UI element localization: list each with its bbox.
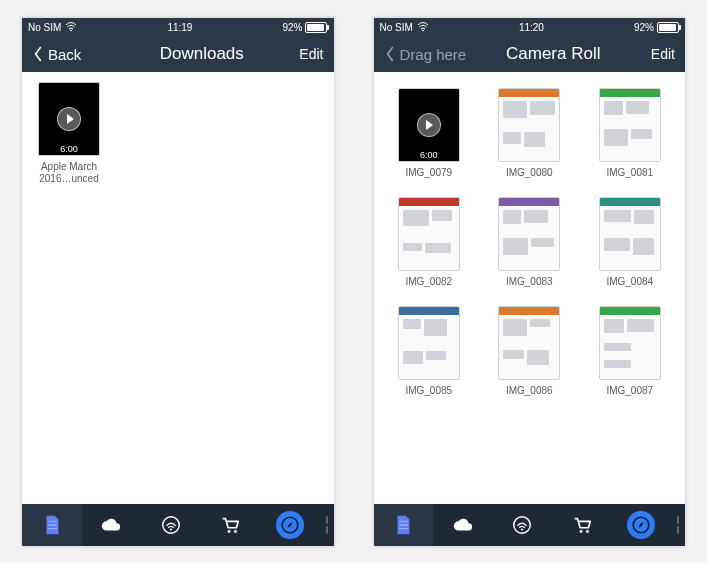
- phone-downloads: No SIM 11:19 92% Back Downloads: [22, 18, 334, 546]
- svg-point-4: [234, 530, 237, 533]
- clock-label: 11:20: [519, 22, 544, 33]
- nav-bar: Back Downloads Edit: [22, 36, 334, 72]
- image-thumbnail[interactable]: [498, 306, 560, 380]
- tab-wifi-share[interactable]: [493, 504, 553, 546]
- image-thumbnail[interactable]: [498, 88, 560, 162]
- edit-button[interactable]: Edit: [283, 46, 323, 62]
- image-thumbnail[interactable]: [599, 197, 661, 271]
- image-thumbnail[interactable]: [599, 88, 661, 162]
- compass-icon: [630, 514, 652, 536]
- file-name-label: IMG_0085: [405, 385, 452, 397]
- video-thumbnail[interactable]: 6:00: [38, 82, 100, 156]
- chevron-left-icon: [384, 46, 396, 62]
- file-name-label: IMG_0082: [405, 276, 452, 288]
- battery-icon: [305, 22, 327, 33]
- screenshot-preview: [600, 198, 660, 270]
- back-button[interactable]: Back: [32, 46, 120, 63]
- tab-cloud[interactable]: [433, 504, 493, 546]
- video-thumbnail[interactable]: 6:00: [398, 88, 460, 162]
- screenshot-preview: [499, 307, 559, 379]
- content-area[interactable]: 6:00IMG_0079IMG_0080IMG_0081IMG_0082IMG_…: [374, 72, 686, 504]
- cloud-icon: [100, 514, 122, 536]
- play-icon: [417, 113, 441, 137]
- photo-item[interactable]: IMG_0086: [484, 306, 575, 397]
- file-name-label: IMG_0081: [606, 167, 653, 179]
- tab-drag-handle[interactable]: [320, 504, 334, 546]
- svg-point-0: [71, 30, 73, 32]
- carrier-label: No SIM: [28, 22, 61, 33]
- cart-icon: [219, 514, 241, 536]
- file-name-label: Apple March 2016…unced: [28, 161, 110, 185]
- back-label: Back: [48, 46, 81, 63]
- tab-files[interactable]: [374, 504, 434, 546]
- tab-wifi-share[interactable]: [141, 504, 201, 546]
- back-label: Drag here: [400, 46, 467, 63]
- screenshot-preview: [399, 307, 459, 379]
- file-item[interactable]: 6:00 Apple March 2016…unced: [28, 82, 110, 185]
- photo-item[interactable]: IMG_0082: [384, 197, 475, 288]
- battery-icon: [657, 22, 679, 33]
- svg-point-10: [586, 530, 589, 533]
- photo-item[interactable]: IMG_0083: [484, 197, 575, 288]
- video-duration: 6:00: [39, 143, 99, 155]
- photo-item[interactable]: IMG_0084: [585, 197, 676, 288]
- svg-point-7: [514, 517, 531, 534]
- image-thumbnail[interactable]: [398, 197, 460, 271]
- svg-point-6: [422, 30, 424, 32]
- battery-pct-label: 92%: [634, 22, 654, 33]
- battery-indicator: 92%: [634, 22, 679, 33]
- image-thumbnail[interactable]: [599, 306, 661, 380]
- screenshot-preview: [499, 198, 559, 270]
- drag-handle-icon: [325, 516, 329, 534]
- file-name-label: IMG_0084: [606, 276, 653, 288]
- svg-point-2: [170, 529, 172, 531]
- file-name-label: IMG_0080: [506, 167, 553, 179]
- tab-cloud[interactable]: [82, 504, 142, 546]
- image-thumbnail[interactable]: [398, 306, 460, 380]
- image-thumbnail[interactable]: [498, 197, 560, 271]
- tab-drag-handle[interactable]: [671, 504, 685, 546]
- file-name-label: IMG_0079: [405, 167, 452, 179]
- svg-point-9: [579, 530, 582, 533]
- play-icon: [57, 107, 81, 131]
- file-name-label: IMG_0086: [506, 385, 553, 397]
- content-area[interactable]: 6:00 Apple March 2016…unced: [22, 72, 334, 504]
- photo-item[interactable]: IMG_0081: [585, 88, 676, 179]
- screenshot-preview: [399, 198, 459, 270]
- tab-store[interactable]: [552, 504, 612, 546]
- svg-point-1: [163, 517, 180, 534]
- tab-bar: [374, 504, 686, 546]
- wifi-share-icon: [511, 514, 533, 536]
- tab-browser[interactable]: [260, 504, 320, 546]
- wifi-icon: [65, 22, 77, 32]
- battery-pct-label: 92%: [282, 22, 302, 33]
- compass-icon: [279, 514, 301, 536]
- photo-item[interactable]: IMG_0080: [484, 88, 575, 179]
- status-bar: No SIM 11:19 92%: [22, 18, 334, 36]
- photo-item[interactable]: IMG_0087: [585, 306, 676, 397]
- drag-handle-icon: [676, 516, 680, 534]
- video-duration: 6:00: [399, 149, 459, 161]
- files-icon: [392, 514, 414, 536]
- files-icon: [41, 514, 63, 536]
- screenshot-preview: [600, 89, 660, 161]
- file-name-label: IMG_0083: [506, 276, 553, 288]
- file-name-label: IMG_0087: [606, 385, 653, 397]
- svg-point-8: [521, 529, 523, 531]
- tab-browser[interactable]: [612, 504, 672, 546]
- tab-store[interactable]: [201, 504, 261, 546]
- clock-label: 11:19: [167, 22, 192, 33]
- edit-button[interactable]: Edit: [635, 46, 675, 62]
- svg-point-3: [228, 530, 231, 533]
- screenshot-preview: [499, 89, 559, 161]
- photo-item[interactable]: IMG_0085: [384, 306, 475, 397]
- wifi-share-icon: [160, 514, 182, 536]
- photo-item[interactable]: 6:00IMG_0079: [384, 88, 475, 179]
- page-title: Downloads: [160, 44, 244, 64]
- wifi-icon: [417, 22, 429, 32]
- back-button[interactable]: Drag here: [384, 46, 472, 63]
- tab-files[interactable]: [22, 504, 82, 546]
- carrier-label: No SIM: [380, 22, 413, 33]
- cart-icon: [571, 514, 593, 536]
- phone-camera-roll: No SIM 11:20 92% Drag here Camera Rol: [374, 18, 686, 546]
